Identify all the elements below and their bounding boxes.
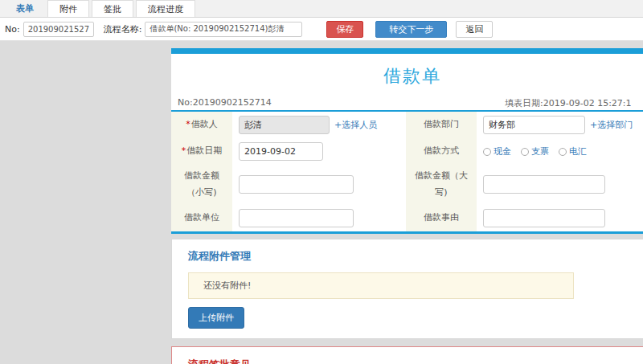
loan-date-label: *借款日期 bbox=[171, 138, 232, 165]
amount-lower-input[interactable] bbox=[239, 175, 354, 194]
process-name-label: 流程名称: bbox=[104, 23, 142, 35]
fill-date: 填表日期:2019-09-02 15:27:1 bbox=[505, 97, 632, 109]
select-department-link[interactable]: +选择部门 bbox=[590, 119, 633, 131]
main-panel: 借款单 No:20190902152714 填表日期:2019-09-02 15… bbox=[171, 48, 643, 364]
document-number: No:20190902152714 bbox=[178, 97, 272, 108]
page-title: 借款单 bbox=[171, 54, 643, 96]
approval-heading: 流程签批意见 bbox=[188, 358, 637, 364]
save-button[interactable]: 保存 bbox=[326, 21, 363, 38]
loan-reason-label: 借款事由 bbox=[406, 205, 477, 231]
amount-lower-label: 借款金额（小写) bbox=[171, 165, 232, 205]
borrower-label: *借款人 bbox=[171, 112, 232, 138]
loan-unit-input[interactable] bbox=[239, 209, 354, 227]
tab-sign[interactable]: 签批 bbox=[92, 0, 133, 17]
method-option-check[interactable]: 支票 bbox=[521, 145, 549, 157]
radio-icon[interactable] bbox=[559, 148, 567, 156]
tab-bar: 表单 附件 签批 流程进度 bbox=[0, 0, 643, 18]
loan-reason-input[interactable] bbox=[483, 209, 605, 227]
loan-date-input[interactable] bbox=[239, 142, 323, 161]
attachment-panel: 流程附件管理 还没有附件! 上传附件 bbox=[171, 239, 643, 339]
required-mark: * bbox=[186, 119, 190, 129]
method-option-cash[interactable]: 现金 bbox=[483, 145, 511, 157]
action-toolbar: No: 流程名称: 保存 转交下一步 返回 bbox=[0, 18, 643, 41]
form-bottom-accent-bar bbox=[171, 231, 643, 234]
tab-form[interactable]: 表单 bbox=[5, 0, 45, 17]
attachment-heading: 流程附件管理 bbox=[188, 249, 637, 264]
radio-icon[interactable] bbox=[483, 148, 491, 156]
select-person-link[interactable]: +选择人员 bbox=[334, 119, 377, 131]
form-top-accent-bar bbox=[171, 48, 643, 54]
required-mark: * bbox=[182, 145, 186, 156]
borrower-input[interactable] bbox=[239, 116, 330, 134]
loan-unit-label: 借款单位 bbox=[171, 205, 232, 231]
department-input[interactable] bbox=[483, 116, 585, 134]
form-grid: *借款人 +选择人员 借款部门 +选择部门 *借款日期 借款方式 现金 bbox=[171, 112, 643, 231]
loan-form-panel: 借款单 No:20190902152714 填表日期:2019-09-02 15… bbox=[171, 54, 643, 234]
upload-attachment-button[interactable]: 上传附件 bbox=[188, 307, 244, 329]
approval-panel: 流程签批意见 B I abc 123 bbox=[171, 346, 643, 364]
tab-progress[interactable]: 流程进度 bbox=[136, 0, 195, 17]
back-button[interactable]: 返回 bbox=[456, 21, 493, 38]
amount-upper-label: 借款金额（大写) bbox=[406, 165, 477, 205]
no-attachment-alert: 还没有附件! bbox=[188, 272, 574, 299]
no-input[interactable] bbox=[23, 22, 94, 37]
form-meta-row: No:20190902152714 填表日期:2019-09-02 15:27:… bbox=[171, 96, 643, 112]
radio-icon[interactable] bbox=[521, 148, 529, 156]
department-label: 借款部门 bbox=[406, 112, 477, 138]
amount-upper-input[interactable] bbox=[483, 175, 605, 194]
tab-attachment[interactable]: 附件 bbox=[47, 0, 89, 17]
no-label: No: bbox=[5, 24, 20, 35]
loan-method-label: 借款方式 bbox=[406, 138, 477, 165]
process-name-input[interactable] bbox=[145, 22, 302, 37]
forward-next-step-button[interactable]: 转交下一步 bbox=[375, 21, 447, 38]
method-option-wire[interactable]: 电汇 bbox=[559, 145, 587, 157]
